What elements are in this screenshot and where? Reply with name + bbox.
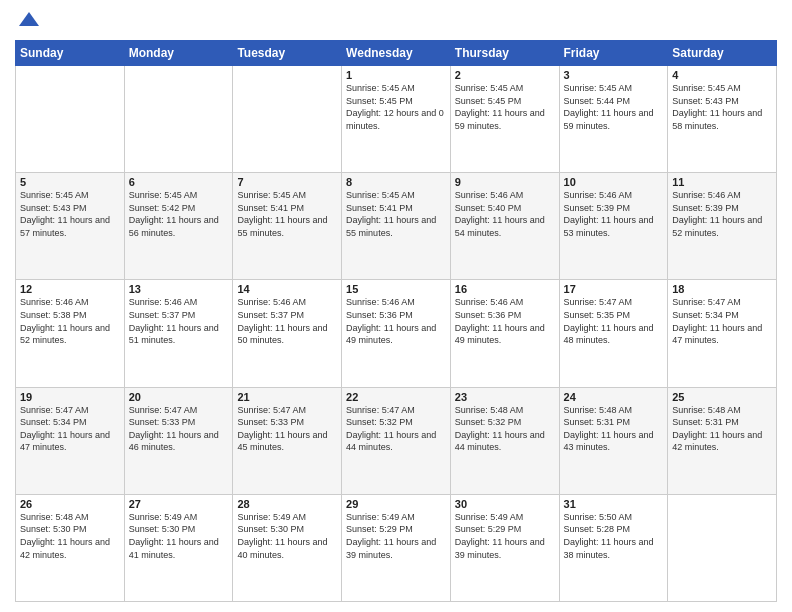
calendar-cell: 14Sunrise: 5:46 AMSunset: 5:37 PMDayligh…	[233, 280, 342, 387]
logo	[15, 10, 39, 32]
day-info: Sunrise: 5:45 AMSunset: 5:45 PMDaylight:…	[455, 82, 555, 132]
week-row-4: 26Sunrise: 5:48 AMSunset: 5:30 PMDayligh…	[16, 494, 777, 601]
day-number: 31	[564, 498, 664, 510]
day-number: 17	[564, 283, 664, 295]
day-info: Sunrise: 5:46 AMSunset: 5:40 PMDaylight:…	[455, 189, 555, 239]
day-number: 13	[129, 283, 229, 295]
calendar-cell: 23Sunrise: 5:48 AMSunset: 5:32 PMDayligh…	[450, 387, 559, 494]
calendar-cell: 18Sunrise: 5:47 AMSunset: 5:34 PMDayligh…	[668, 280, 777, 387]
day-info: Sunrise: 5:48 AMSunset: 5:31 PMDaylight:…	[672, 404, 772, 454]
calendar-cell: 7Sunrise: 5:45 AMSunset: 5:41 PMDaylight…	[233, 173, 342, 280]
day-info: Sunrise: 5:46 AMSunset: 5:37 PMDaylight:…	[237, 296, 337, 346]
day-info: Sunrise: 5:49 AMSunset: 5:30 PMDaylight:…	[237, 511, 337, 561]
header-row: SundayMondayTuesdayWednesdayThursdayFrid…	[16, 41, 777, 66]
svg-marker-0	[19, 12, 39, 26]
column-header-sunday: Sunday	[16, 41, 125, 66]
calendar-cell: 5Sunrise: 5:45 AMSunset: 5:43 PMDaylight…	[16, 173, 125, 280]
column-header-wednesday: Wednesday	[342, 41, 451, 66]
day-number: 11	[672, 176, 772, 188]
day-number: 12	[20, 283, 120, 295]
calendar-cell: 9Sunrise: 5:46 AMSunset: 5:40 PMDaylight…	[450, 173, 559, 280]
calendar-table: SundayMondayTuesdayWednesdayThursdayFrid…	[15, 40, 777, 602]
day-number: 29	[346, 498, 446, 510]
day-number: 20	[129, 391, 229, 403]
calendar-body: 1Sunrise: 5:45 AMSunset: 5:45 PMDaylight…	[16, 66, 777, 602]
calendar-cell: 13Sunrise: 5:46 AMSunset: 5:37 PMDayligh…	[124, 280, 233, 387]
day-number: 18	[672, 283, 772, 295]
day-number: 28	[237, 498, 337, 510]
day-number: 15	[346, 283, 446, 295]
calendar-cell: 10Sunrise: 5:46 AMSunset: 5:39 PMDayligh…	[559, 173, 668, 280]
day-info: Sunrise: 5:45 AMSunset: 5:41 PMDaylight:…	[237, 189, 337, 239]
day-info: Sunrise: 5:46 AMSunset: 5:36 PMDaylight:…	[346, 296, 446, 346]
calendar-cell	[668, 494, 777, 601]
day-info: Sunrise: 5:47 AMSunset: 5:35 PMDaylight:…	[564, 296, 664, 346]
calendar-cell: 29Sunrise: 5:49 AMSunset: 5:29 PMDayligh…	[342, 494, 451, 601]
day-number: 23	[455, 391, 555, 403]
calendar-cell: 2Sunrise: 5:45 AMSunset: 5:45 PMDaylight…	[450, 66, 559, 173]
day-info: Sunrise: 5:45 AMSunset: 5:42 PMDaylight:…	[129, 189, 229, 239]
calendar-cell: 3Sunrise: 5:45 AMSunset: 5:44 PMDaylight…	[559, 66, 668, 173]
day-info: Sunrise: 5:48 AMSunset: 5:32 PMDaylight:…	[455, 404, 555, 454]
calendar-cell	[124, 66, 233, 173]
calendar-cell: 20Sunrise: 5:47 AMSunset: 5:33 PMDayligh…	[124, 387, 233, 494]
day-info: Sunrise: 5:47 AMSunset: 5:33 PMDaylight:…	[237, 404, 337, 454]
day-number: 19	[20, 391, 120, 403]
day-number: 16	[455, 283, 555, 295]
day-info: Sunrise: 5:48 AMSunset: 5:30 PMDaylight:…	[20, 511, 120, 561]
column-header-monday: Monday	[124, 41, 233, 66]
page: SundayMondayTuesdayWednesdayThursdayFrid…	[0, 0, 792, 612]
day-info: Sunrise: 5:46 AMSunset: 5:39 PMDaylight:…	[564, 189, 664, 239]
day-info: Sunrise: 5:50 AMSunset: 5:28 PMDaylight:…	[564, 511, 664, 561]
day-info: Sunrise: 5:46 AMSunset: 5:38 PMDaylight:…	[20, 296, 120, 346]
calendar-cell: 1Sunrise: 5:45 AMSunset: 5:45 PMDaylight…	[342, 66, 451, 173]
day-number: 10	[564, 176, 664, 188]
calendar-cell: 12Sunrise: 5:46 AMSunset: 5:38 PMDayligh…	[16, 280, 125, 387]
calendar-header: SundayMondayTuesdayWednesdayThursdayFrid…	[16, 41, 777, 66]
day-number: 1	[346, 69, 446, 81]
day-number: 8	[346, 176, 446, 188]
day-info: Sunrise: 5:45 AMSunset: 5:43 PMDaylight:…	[672, 82, 772, 132]
day-number: 5	[20, 176, 120, 188]
calendar-cell: 6Sunrise: 5:45 AMSunset: 5:42 PMDaylight…	[124, 173, 233, 280]
week-row-3: 19Sunrise: 5:47 AMSunset: 5:34 PMDayligh…	[16, 387, 777, 494]
calendar-cell: 28Sunrise: 5:49 AMSunset: 5:30 PMDayligh…	[233, 494, 342, 601]
day-info: Sunrise: 5:49 AMSunset: 5:30 PMDaylight:…	[129, 511, 229, 561]
calendar-cell: 17Sunrise: 5:47 AMSunset: 5:35 PMDayligh…	[559, 280, 668, 387]
day-info: Sunrise: 5:47 AMSunset: 5:34 PMDaylight:…	[672, 296, 772, 346]
day-number: 25	[672, 391, 772, 403]
calendar-cell: 4Sunrise: 5:45 AMSunset: 5:43 PMDaylight…	[668, 66, 777, 173]
column-header-thursday: Thursday	[450, 41, 559, 66]
day-info: Sunrise: 5:45 AMSunset: 5:45 PMDaylight:…	[346, 82, 446, 132]
day-info: Sunrise: 5:45 AMSunset: 5:44 PMDaylight:…	[564, 82, 664, 132]
calendar-cell: 11Sunrise: 5:46 AMSunset: 5:39 PMDayligh…	[668, 173, 777, 280]
calendar-cell: 27Sunrise: 5:49 AMSunset: 5:30 PMDayligh…	[124, 494, 233, 601]
calendar-cell: 19Sunrise: 5:47 AMSunset: 5:34 PMDayligh…	[16, 387, 125, 494]
day-info: Sunrise: 5:47 AMSunset: 5:33 PMDaylight:…	[129, 404, 229, 454]
day-info: Sunrise: 5:47 AMSunset: 5:32 PMDaylight:…	[346, 404, 446, 454]
calendar-cell: 26Sunrise: 5:48 AMSunset: 5:30 PMDayligh…	[16, 494, 125, 601]
calendar-cell	[233, 66, 342, 173]
day-info: Sunrise: 5:45 AMSunset: 5:43 PMDaylight:…	[20, 189, 120, 239]
day-number: 2	[455, 69, 555, 81]
day-info: Sunrise: 5:48 AMSunset: 5:31 PMDaylight:…	[564, 404, 664, 454]
calendar-cell: 16Sunrise: 5:46 AMSunset: 5:36 PMDayligh…	[450, 280, 559, 387]
column-header-saturday: Saturday	[668, 41, 777, 66]
day-number: 9	[455, 176, 555, 188]
logo-icon	[17, 10, 39, 32]
calendar-cell	[16, 66, 125, 173]
header	[15, 10, 777, 32]
calendar-cell: 25Sunrise: 5:48 AMSunset: 5:31 PMDayligh…	[668, 387, 777, 494]
week-row-2: 12Sunrise: 5:46 AMSunset: 5:38 PMDayligh…	[16, 280, 777, 387]
day-number: 24	[564, 391, 664, 403]
day-number: 3	[564, 69, 664, 81]
calendar-cell: 22Sunrise: 5:47 AMSunset: 5:32 PMDayligh…	[342, 387, 451, 494]
day-number: 26	[20, 498, 120, 510]
day-info: Sunrise: 5:49 AMSunset: 5:29 PMDaylight:…	[455, 511, 555, 561]
calendar-cell: 24Sunrise: 5:48 AMSunset: 5:31 PMDayligh…	[559, 387, 668, 494]
day-info: Sunrise: 5:47 AMSunset: 5:34 PMDaylight:…	[20, 404, 120, 454]
day-number: 22	[346, 391, 446, 403]
calendar-cell: 30Sunrise: 5:49 AMSunset: 5:29 PMDayligh…	[450, 494, 559, 601]
calendar-cell: 8Sunrise: 5:45 AMSunset: 5:41 PMDaylight…	[342, 173, 451, 280]
calendar-cell: 31Sunrise: 5:50 AMSunset: 5:28 PMDayligh…	[559, 494, 668, 601]
